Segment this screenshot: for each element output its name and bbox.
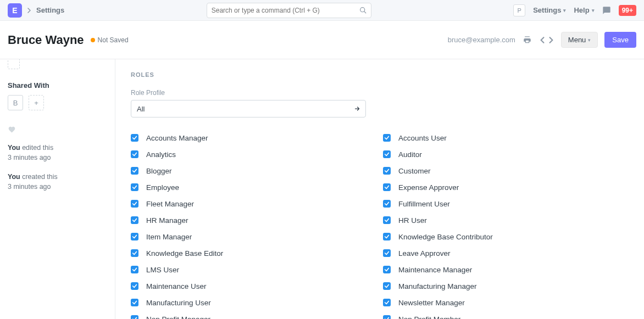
role-checkbox[interactable] [383,233,391,240]
role-checkbox[interactable] [131,134,138,142]
shared-with-row: B + [8,95,107,110]
roles-column-right: Accounts UserAuditorCustomerExpense Appr… [383,130,629,319]
role-checkbox[interactable] [131,167,138,175]
role-checkbox[interactable] [383,183,391,191]
role-row: Auditor [383,146,629,163]
like-icon[interactable] [8,126,107,133]
role-label: Customer [398,167,431,175]
save-button[interactable]: Save [604,32,636,48]
role-row: Accounts Manager [131,130,376,146]
nav-right: P Settings ▾ Help ▾ 99+ [513,4,636,16]
role-checkbox[interactable] [383,216,391,224]
role-checkbox[interactable] [383,150,391,158]
role-checkbox[interactable] [383,299,391,306]
role-checkbox[interactable] [131,315,138,319]
role-label: Analytics [146,150,176,159]
svg-line-1 [364,12,366,13]
role-row: Knowledge Base Contributor [383,228,629,245]
role-row: Item Manager [131,228,376,245]
role-checkbox[interactable] [383,266,391,273]
role-row: Expense Approver [383,179,629,195]
role-row: Fulfillment User [383,195,629,212]
role-profile-input[interactable] [131,100,366,117]
timeline-created-who: You [8,173,20,181]
nav-help-label: Help [574,6,589,14]
print-icon[interactable] [522,35,532,45]
role-label: Fulfillment User [398,200,450,208]
role-label: Accounts User [398,134,447,142]
role-label: Newsletter Manager [398,299,465,307]
role-row: LMS User [131,261,376,278]
role-row: HR Manager [131,212,376,228]
role-checkbox[interactable] [131,183,138,191]
role-checkbox[interactable] [131,282,138,290]
nav-settings[interactable]: Settings ▾ [533,6,566,14]
status-text: Not Saved [98,36,129,44]
timeline-edited-when: 3 minutes ago [8,153,107,163]
next-record-icon[interactable] [548,36,554,44]
menu-button[interactable]: Menu ▾ [561,32,598,48]
role-label: Maintenance User [146,282,207,290]
role-label: Maintenance Manager [398,266,472,274]
sidebar-partial-box [8,59,20,69]
role-checkbox[interactable] [383,282,391,290]
role-label: Non Profit Manager [146,315,210,320]
role-checkbox[interactable] [383,315,391,319]
search-input[interactable] [212,7,359,14]
role-checkbox[interactable] [383,134,391,142]
prev-record-icon[interactable] [539,36,546,44]
role-row: HR User [383,212,629,228]
nav-help[interactable]: Help ▾ [574,6,594,14]
role-row: Analytics [131,146,376,163]
role-row: Manufacturing Manager [383,278,629,294]
chevron-right-icon [27,8,31,13]
role-label: Employee [146,183,179,192]
kbd-hint: P [513,4,525,16]
role-checkbox[interactable] [131,266,138,273]
role-checkbox[interactable] [383,167,391,175]
nav-left: E Settings [8,3,64,18]
role-label: Auditor [398,150,422,159]
role-checkbox[interactable] [131,150,138,158]
notification-badge[interactable]: 99+ [619,5,636,16]
role-checkbox[interactable] [131,216,138,224]
page-header: Bruce Wayne Not Saved bruce@example.com … [0,21,644,59]
timeline-created: You created this 3 minutes ago [8,172,107,192]
role-label: Leave Approver [398,249,451,258]
role-profile-label: Role Profile [131,89,629,97]
arrow-right-icon [354,105,360,112]
roles-section-heading: ROLES [131,71,629,78]
role-row: Employee [131,179,376,195]
roles-column-left: Accounts ManagerAnalyticsBloggerEmployee… [131,130,376,319]
role-checkbox[interactable] [131,299,138,306]
role-label: LMS User [146,266,179,274]
top-nav: E Settings P Settings ▾ Help ▾ 99+ [0,0,644,21]
role-label: HR User [398,216,427,225]
role-label: HR Manager [146,216,188,225]
search-input-wrap[interactable] [207,3,371,18]
role-label: Manufacturing User [146,299,211,307]
add-share-button[interactable]: + [29,95,44,110]
role-row: Maintenance User [131,278,376,294]
role-checkbox[interactable] [383,249,391,257]
role-label: Non Profit Member [398,315,460,320]
role-checkbox[interactable] [131,249,138,257]
search-icon [359,7,367,14]
avatar[interactable]: B [8,95,23,110]
role-checkbox[interactable] [131,233,138,240]
role-profile-select[interactable] [131,100,366,117]
role-checkbox[interactable] [131,200,138,208]
role-row: Manufacturing User [131,294,376,311]
role-row: Maintenance Manager [383,261,629,278]
role-row: Knowledge Base Editor [131,245,376,261]
role-label: Manufacturing Manager [398,282,477,290]
notification-icon[interactable] [602,6,611,15]
role-checkbox[interactable] [383,200,391,208]
app-logo[interactable]: E [8,3,22,18]
role-label: Expense Approver [398,183,459,192]
breadcrumb[interactable]: Settings [36,6,64,14]
main: ROLES Role Profile Accounts ManagerAnaly… [115,59,644,319]
role-row: Fleet Manager [131,195,376,212]
page-header-right: bruce@example.com Menu ▾ Save [448,32,636,48]
role-row: Non Profit Member [383,311,629,319]
